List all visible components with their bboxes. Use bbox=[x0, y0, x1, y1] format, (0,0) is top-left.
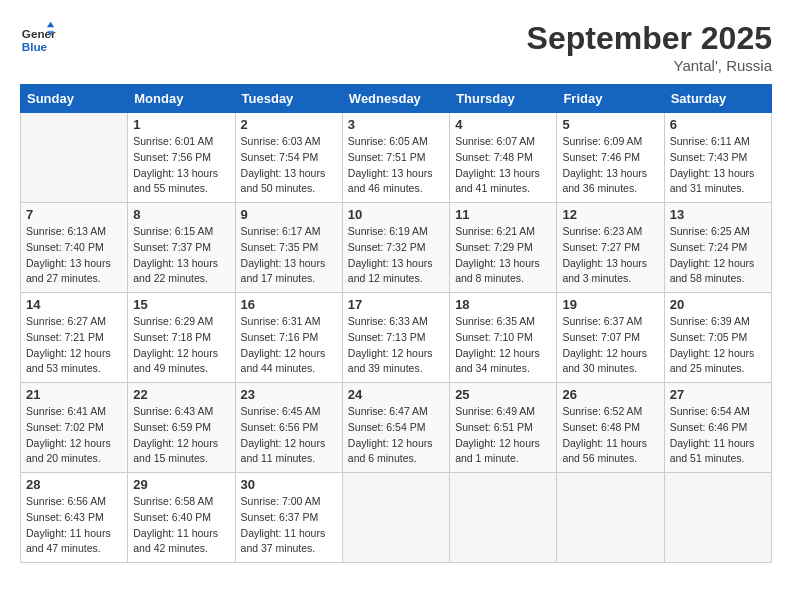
day-info: Sunrise: 7:00 AMSunset: 6:37 PMDaylight:… bbox=[241, 494, 337, 557]
day-info: Sunrise: 6:45 AMSunset: 6:56 PMDaylight:… bbox=[241, 404, 337, 467]
day-number: 3 bbox=[348, 117, 444, 132]
calendar-cell: 20Sunrise: 6:39 AMSunset: 7:05 PMDayligh… bbox=[664, 293, 771, 383]
calendar-cell: 2Sunrise: 6:03 AMSunset: 7:54 PMDaylight… bbox=[235, 113, 342, 203]
day-info: Sunrise: 6:39 AMSunset: 7:05 PMDaylight:… bbox=[670, 314, 766, 377]
day-info: Sunrise: 6:41 AMSunset: 7:02 PMDaylight:… bbox=[26, 404, 122, 467]
day-number: 29 bbox=[133, 477, 229, 492]
calendar-cell: 11Sunrise: 6:21 AMSunset: 7:29 PMDayligh… bbox=[450, 203, 557, 293]
day-info: Sunrise: 6:52 AMSunset: 6:48 PMDaylight:… bbox=[562, 404, 658, 467]
day-info: Sunrise: 6:33 AMSunset: 7:13 PMDaylight:… bbox=[348, 314, 444, 377]
day-number: 19 bbox=[562, 297, 658, 312]
day-number: 17 bbox=[348, 297, 444, 312]
calendar-cell: 5Sunrise: 6:09 AMSunset: 7:46 PMDaylight… bbox=[557, 113, 664, 203]
day-info: Sunrise: 6:35 AMSunset: 7:10 PMDaylight:… bbox=[455, 314, 551, 377]
calendar-cell: 3Sunrise: 6:05 AMSunset: 7:51 PMDaylight… bbox=[342, 113, 449, 203]
day-number: 7 bbox=[26, 207, 122, 222]
logo-icon: General Blue bbox=[20, 20, 56, 56]
calendar-week-row: 7Sunrise: 6:13 AMSunset: 7:40 PMDaylight… bbox=[21, 203, 772, 293]
calendar-week-row: 14Sunrise: 6:27 AMSunset: 7:21 PMDayligh… bbox=[21, 293, 772, 383]
calendar-cell: 22Sunrise: 6:43 AMSunset: 6:59 PMDayligh… bbox=[128, 383, 235, 473]
calendar-cell: 30Sunrise: 7:00 AMSunset: 6:37 PMDayligh… bbox=[235, 473, 342, 563]
day-of-week-header: Sunday bbox=[21, 85, 128, 113]
location: Yantal', Russia bbox=[527, 57, 772, 74]
day-of-week-header: Friday bbox=[557, 85, 664, 113]
calendar-cell: 16Sunrise: 6:31 AMSunset: 7:16 PMDayligh… bbox=[235, 293, 342, 383]
day-info: Sunrise: 6:15 AMSunset: 7:37 PMDaylight:… bbox=[133, 224, 229, 287]
day-info: Sunrise: 6:17 AMSunset: 7:35 PMDaylight:… bbox=[241, 224, 337, 287]
day-info: Sunrise: 6:01 AMSunset: 7:56 PMDaylight:… bbox=[133, 134, 229, 197]
day-number: 10 bbox=[348, 207, 444, 222]
calendar-cell: 19Sunrise: 6:37 AMSunset: 7:07 PMDayligh… bbox=[557, 293, 664, 383]
day-number: 1 bbox=[133, 117, 229, 132]
calendar-cell: 1Sunrise: 6:01 AMSunset: 7:56 PMDaylight… bbox=[128, 113, 235, 203]
calendar-cell bbox=[342, 473, 449, 563]
day-info: Sunrise: 6:56 AMSunset: 6:43 PMDaylight:… bbox=[26, 494, 122, 557]
calendar-cell bbox=[450, 473, 557, 563]
day-number: 22 bbox=[133, 387, 229, 402]
day-info: Sunrise: 6:11 AMSunset: 7:43 PMDaylight:… bbox=[670, 134, 766, 197]
day-info: Sunrise: 6:58 AMSunset: 6:40 PMDaylight:… bbox=[133, 494, 229, 557]
calendar-cell bbox=[664, 473, 771, 563]
day-number: 13 bbox=[670, 207, 766, 222]
calendar-body: 1Sunrise: 6:01 AMSunset: 7:56 PMDaylight… bbox=[21, 113, 772, 563]
calendar-week-row: 21Sunrise: 6:41 AMSunset: 7:02 PMDayligh… bbox=[21, 383, 772, 473]
day-of-week-header: Saturday bbox=[664, 85, 771, 113]
day-number: 12 bbox=[562, 207, 658, 222]
calendar-cell bbox=[21, 113, 128, 203]
day-number: 14 bbox=[26, 297, 122, 312]
day-number: 27 bbox=[670, 387, 766, 402]
calendar-cell: 8Sunrise: 6:15 AMSunset: 7:37 PMDaylight… bbox=[128, 203, 235, 293]
day-number: 11 bbox=[455, 207, 551, 222]
svg-text:Blue: Blue bbox=[22, 40, 48, 53]
svg-marker-2 bbox=[47, 22, 54, 27]
day-of-week-header: Wednesday bbox=[342, 85, 449, 113]
calendar-cell: 23Sunrise: 6:45 AMSunset: 6:56 PMDayligh… bbox=[235, 383, 342, 473]
calendar-week-row: 28Sunrise: 6:56 AMSunset: 6:43 PMDayligh… bbox=[21, 473, 772, 563]
title-block: September 2025 Yantal', Russia bbox=[527, 20, 772, 74]
calendar-cell: 9Sunrise: 6:17 AMSunset: 7:35 PMDaylight… bbox=[235, 203, 342, 293]
day-info: Sunrise: 6:09 AMSunset: 7:46 PMDaylight:… bbox=[562, 134, 658, 197]
calendar-cell: 28Sunrise: 6:56 AMSunset: 6:43 PMDayligh… bbox=[21, 473, 128, 563]
day-number: 24 bbox=[348, 387, 444, 402]
day-info: Sunrise: 6:13 AMSunset: 7:40 PMDaylight:… bbox=[26, 224, 122, 287]
day-info: Sunrise: 6:29 AMSunset: 7:18 PMDaylight:… bbox=[133, 314, 229, 377]
logo: General Blue bbox=[20, 20, 60, 56]
day-number: 20 bbox=[670, 297, 766, 312]
day-number: 16 bbox=[241, 297, 337, 312]
day-info: Sunrise: 6:19 AMSunset: 7:32 PMDaylight:… bbox=[348, 224, 444, 287]
calendar-week-row: 1Sunrise: 6:01 AMSunset: 7:56 PMDaylight… bbox=[21, 113, 772, 203]
day-number: 5 bbox=[562, 117, 658, 132]
day-info: Sunrise: 6:54 AMSunset: 6:46 PMDaylight:… bbox=[670, 404, 766, 467]
day-info: Sunrise: 6:31 AMSunset: 7:16 PMDaylight:… bbox=[241, 314, 337, 377]
day-number: 28 bbox=[26, 477, 122, 492]
day-info: Sunrise: 6:43 AMSunset: 6:59 PMDaylight:… bbox=[133, 404, 229, 467]
day-number: 25 bbox=[455, 387, 551, 402]
day-number: 30 bbox=[241, 477, 337, 492]
day-number: 2 bbox=[241, 117, 337, 132]
month-title: September 2025 bbox=[527, 20, 772, 57]
calendar-cell: 18Sunrise: 6:35 AMSunset: 7:10 PMDayligh… bbox=[450, 293, 557, 383]
day-info: Sunrise: 6:27 AMSunset: 7:21 PMDaylight:… bbox=[26, 314, 122, 377]
calendar-cell bbox=[557, 473, 664, 563]
calendar-cell: 24Sunrise: 6:47 AMSunset: 6:54 PMDayligh… bbox=[342, 383, 449, 473]
day-info: Sunrise: 6:23 AMSunset: 7:27 PMDaylight:… bbox=[562, 224, 658, 287]
day-of-week-header: Monday bbox=[128, 85, 235, 113]
day-info: Sunrise: 6:37 AMSunset: 7:07 PMDaylight:… bbox=[562, 314, 658, 377]
calendar-cell: 4Sunrise: 6:07 AMSunset: 7:48 PMDaylight… bbox=[450, 113, 557, 203]
day-of-week-header: Tuesday bbox=[235, 85, 342, 113]
calendar-cell: 14Sunrise: 6:27 AMSunset: 7:21 PMDayligh… bbox=[21, 293, 128, 383]
day-info: Sunrise: 6:05 AMSunset: 7:51 PMDaylight:… bbox=[348, 134, 444, 197]
calendar-cell: 17Sunrise: 6:33 AMSunset: 7:13 PMDayligh… bbox=[342, 293, 449, 383]
day-number: 26 bbox=[562, 387, 658, 402]
calendar-header-row: SundayMondayTuesdayWednesdayThursdayFrid… bbox=[21, 85, 772, 113]
calendar-cell: 7Sunrise: 6:13 AMSunset: 7:40 PMDaylight… bbox=[21, 203, 128, 293]
calendar-cell: 29Sunrise: 6:58 AMSunset: 6:40 PMDayligh… bbox=[128, 473, 235, 563]
calendar-cell: 25Sunrise: 6:49 AMSunset: 6:51 PMDayligh… bbox=[450, 383, 557, 473]
day-info: Sunrise: 6:21 AMSunset: 7:29 PMDaylight:… bbox=[455, 224, 551, 287]
calendar-cell: 26Sunrise: 6:52 AMSunset: 6:48 PMDayligh… bbox=[557, 383, 664, 473]
day-info: Sunrise: 6:47 AMSunset: 6:54 PMDaylight:… bbox=[348, 404, 444, 467]
day-info: Sunrise: 6:07 AMSunset: 7:48 PMDaylight:… bbox=[455, 134, 551, 197]
page-header: General Blue September 2025 Yantal', Rus… bbox=[20, 20, 772, 74]
day-number: 15 bbox=[133, 297, 229, 312]
day-number: 21 bbox=[26, 387, 122, 402]
